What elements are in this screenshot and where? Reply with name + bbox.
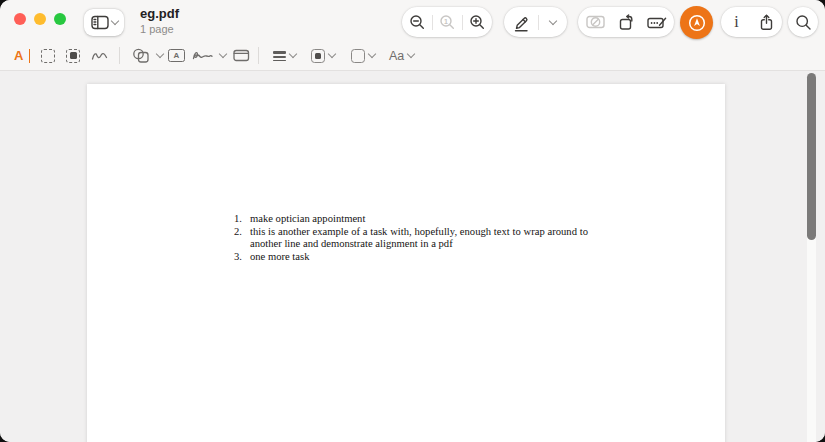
info-button[interactable]: i <box>722 7 752 37</box>
markup-controls <box>504 7 567 37</box>
divider <box>119 47 120 64</box>
sidebar-icon <box>91 15 109 30</box>
rect-selection-tool[interactable] <box>41 40 55 71</box>
zoom-controls: 1 <box>402 7 492 37</box>
document-viewport: 1. make optician appointment 2. this is … <box>0 71 825 442</box>
text-style-tool[interactable]: Aa <box>389 40 414 71</box>
sidebar-toggle-button[interactable] <box>84 9 124 36</box>
fullscreen-button[interactable] <box>54 13 66 25</box>
minimize-button[interactable] <box>34 13 46 25</box>
zoom-in-icon <box>469 14 486 31</box>
close-button[interactable] <box>14 13 26 25</box>
traffic-lights <box>14 13 66 25</box>
rotate-icon <box>618 14 635 31</box>
signature-icon <box>192 49 216 62</box>
filled-select-icon <box>66 49 80 63</box>
sketch-icon <box>91 49 108 62</box>
markup-button[interactable] <box>505 7 538 37</box>
rotate-button[interactable] <box>611 7 642 37</box>
annotation-toolbar-row: A A <box>0 40 825 71</box>
text-style-icon: Aa <box>389 49 404 63</box>
line-weight-icon <box>273 51 286 61</box>
zoom-in-button[interactable] <box>463 7 492 37</box>
chevron-down-icon <box>328 50 336 58</box>
annotation-mode-button[interactable] <box>680 6 713 39</box>
fill-form-button[interactable] <box>642 7 673 37</box>
text-selection-tool[interactable]: A <box>14 40 30 71</box>
form-field-icon <box>233 49 250 62</box>
divider <box>258 47 259 64</box>
share-button[interactable] <box>752 7 782 37</box>
redact-icon <box>586 15 605 29</box>
zoom-actual-icon: 1 <box>439 14 456 31</box>
rect-select-icon <box>41 49 55 63</box>
form-fill-icon <box>647 15 667 30</box>
chevron-down-icon <box>368 50 376 58</box>
text-cursor-icon <box>29 49 31 63</box>
window-title: eg.pdf <box>140 7 179 22</box>
compass-arrow-icon <box>686 12 708 34</box>
info-icon: i <box>734 14 738 30</box>
border-color-tool[interactable] <box>311 40 335 71</box>
svg-text:1: 1 <box>444 17 448 24</box>
zoom-out-button[interactable] <box>403 7 432 37</box>
list-item: 2. this is another example of a task wit… <box>234 226 588 251</box>
preview-window: eg.pdf 1 page 1 <box>0 0 825 442</box>
fill-color-tool[interactable] <box>351 40 375 71</box>
chevron-down-icon <box>407 50 415 58</box>
border-color-icon <box>311 49 325 63</box>
redact-button[interactable] <box>580 7 611 37</box>
list-item: 3. one more task <box>234 251 588 264</box>
sketch-tool[interactable] <box>91 40 108 71</box>
text-select-icon: A <box>14 49 23 62</box>
fill-color-icon <box>351 49 365 63</box>
chevron-down-icon <box>219 50 227 58</box>
main-toolbar-row: eg.pdf 1 page 1 <box>0 0 825 40</box>
shapes-tool[interactable] <box>132 40 163 71</box>
chevron-down-icon <box>110 17 118 25</box>
shapes-icon <box>132 48 153 63</box>
zoom-out-icon <box>409 14 426 31</box>
list-item: 1. make optician appointment <box>234 213 588 226</box>
chevron-down-icon <box>548 16 556 24</box>
form-field-tool[interactable] <box>233 40 250 71</box>
page-count: 1 page <box>140 23 179 36</box>
share-icon <box>759 14 774 31</box>
title-block: eg.pdf 1 page <box>140 7 179 36</box>
search-button[interactable] <box>788 7 818 37</box>
pencil-icon <box>511 13 531 32</box>
instant-alpha-tool[interactable] <box>66 40 80 71</box>
signature-tool[interactable] <box>192 40 226 71</box>
numbered-list: 1. make optician appointment 2. this is … <box>234 213 588 264</box>
info-share-controls: i <box>721 7 782 37</box>
pdf-page: 1. make optician appointment 2. this is … <box>87 84 725 442</box>
toolbar: eg.pdf 1 page 1 <box>0 0 825 71</box>
chevron-down-icon <box>289 50 297 58</box>
chevron-down-icon <box>156 50 164 58</box>
markup-dropdown-button[interactable] <box>539 7 567 37</box>
text-box-icon: A <box>168 49 185 62</box>
line-weight-tool[interactable] <box>273 40 296 71</box>
scrollbar-thumb[interactable] <box>807 73 816 240</box>
text-box-tool[interactable]: A <box>168 40 185 71</box>
document-tools <box>578 7 674 37</box>
search-icon <box>795 14 812 31</box>
zoom-actual-size-button[interactable]: 1 <box>433 7 462 37</box>
